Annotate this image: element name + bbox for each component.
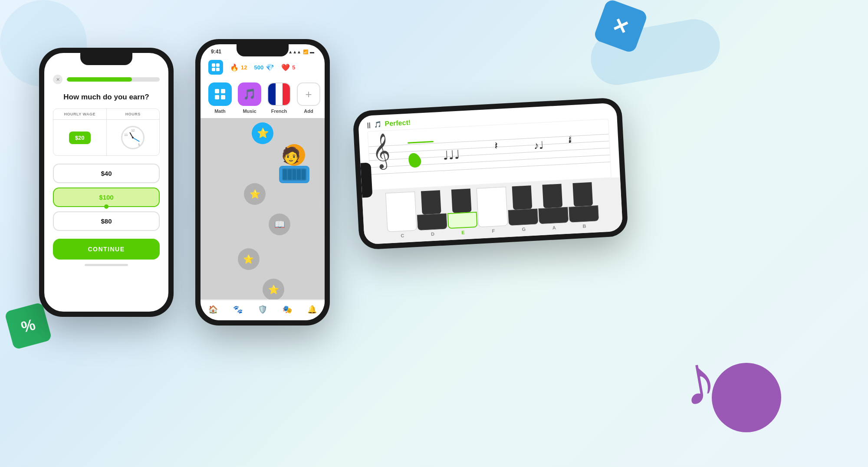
french-flag <box>268 83 290 105</box>
nav-notifications[interactable]: 🔔 <box>300 305 325 314</box>
key-group-c: C <box>385 191 417 239</box>
map-node-star-blue[interactable]: ⭐ <box>252 122 273 144</box>
staff-line-5 <box>370 161 610 174</box>
clock-minute-hand <box>133 137 140 141</box>
black-key-gs[interactable] <box>542 184 563 208</box>
white-key-b[interactable] <box>569 205 599 223</box>
svg-rect-5 <box>221 89 225 93</box>
nav-pets[interactable]: 🐾 <box>225 305 250 314</box>
purple-music-note: ♪ <box>676 343 722 417</box>
add-course-icon: + <box>297 82 320 106</box>
white-key-d[interactable] <box>417 213 447 230</box>
dice-percent-icon: % <box>19 316 37 337</box>
key-label-e: E <box>461 230 465 235</box>
signal-icon: ▲▲▲ <box>288 49 301 54</box>
option-40[interactable]: $40 <box>53 164 160 183</box>
grid-icon[interactable] <box>208 60 223 75</box>
black-key-as[interactable] <box>572 182 593 207</box>
phone2-screen: 9:41 ▲▲▲ 📶 ▬ 🔥 12 500 <box>201 44 325 320</box>
black-key-fs[interactable] <box>512 185 533 210</box>
math-course-icon <box>208 82 232 106</box>
phone2-notch <box>237 44 289 56</box>
key-label-g: G <box>522 227 526 232</box>
white-key-e[interactable] <box>447 212 478 229</box>
wifi-icon: 📶 <box>303 49 308 54</box>
key-label-a: A <box>552 225 556 230</box>
course-tab-music[interactable]: 🎵 Music <box>238 82 261 114</box>
continue-button[interactable]: CONTINUE <box>53 239 160 260</box>
key-group-g: G <box>507 185 539 233</box>
map-node-star-1[interactable]: ⭐ <box>244 183 266 205</box>
staff-line-2 <box>369 141 609 154</box>
question-title: How much do you earn? <box>53 93 160 102</box>
staff-line-3 <box>369 148 609 161</box>
svg-rect-6 <box>215 95 219 99</box>
progress-bar-row: ✕ <box>53 70 160 84</box>
math-label: Math <box>214 109 226 114</box>
course-tab-math[interactable]: Math <box>208 82 232 114</box>
pause-icon[interactable]: || <box>367 121 371 128</box>
table-header: HOURLY WAGE HOURS <box>53 109 159 120</box>
map-node-star-3[interactable]: ⭐ <box>263 279 284 299</box>
svg-rect-0 <box>212 63 215 67</box>
key-group-a: A <box>537 184 569 231</box>
svg-rect-1 <box>216 63 220 67</box>
option-100[interactable]: $100 <box>53 187 160 207</box>
svg-rect-7 <box>221 95 225 99</box>
music-label: Music <box>243 109 256 114</box>
phone-math-quiz: ✕ How much do you earn? HOURLY WAGE HOUR… <box>39 48 174 317</box>
option-80-value: $80 <box>101 217 112 225</box>
treble-clef-icon: 𝄞 <box>372 135 391 166</box>
phone1-notch <box>80 53 132 65</box>
option-80[interactable]: $80 <box>53 211 160 231</box>
option-100-value: $100 <box>99 194 113 201</box>
hours-header: HOURS <box>107 109 160 120</box>
map-node-book-1[interactable]: 📖 <box>269 214 290 235</box>
key-label-b: B <box>582 224 586 229</box>
phone-duolingo: 9:41 ▲▲▲ 📶 ▬ 🔥 12 500 <box>195 39 330 326</box>
data-table: HOURLY WAGE HOURS $20 12 5 11 <box>53 109 160 156</box>
note-d-highlighted <box>406 151 423 169</box>
black-key-cs[interactable] <box>421 190 441 214</box>
character-emoji: 🧑 <box>281 146 301 164</box>
key-label-f: F <box>492 228 495 234</box>
phone3-screen: || 🎵 Perfect! 𝄞 ♩♩♩ 𝄽𝄽 ♪♩ 𝄽♩ <box>358 103 623 245</box>
bottom-nav: 🏠 🐾 🛡️ 🎭 🔔 <box>201 299 325 320</box>
note-group-2: ♪♩ <box>533 139 544 151</box>
shield-icon: 🛡️ <box>258 305 267 314</box>
battery-icon: ▬ <box>310 49 314 54</box>
svg-rect-4 <box>215 89 219 93</box>
course-tab-french[interactable]: French <box>267 82 291 114</box>
star-icon: ⭐ <box>257 128 269 139</box>
nav-home[interactable]: 🏠 <box>201 305 225 314</box>
nav-profile[interactable]: 🎭 <box>275 305 300 314</box>
nav-shield[interactable]: 🛡️ <box>250 305 275 314</box>
streak-stat: 🔥 12 <box>230 63 247 72</box>
status-time: 9:41 <box>211 49 221 55</box>
top-stats: 🔥 12 500 💎 ❤️ 5 <box>201 56 325 78</box>
white-key-g[interactable] <box>508 208 538 226</box>
gems-stat: 500 💎 <box>254 63 274 72</box>
add-label: Add <box>304 109 313 114</box>
hours-cell: 12 5 11 <box>107 120 160 155</box>
profile-icon: 🎭 <box>283 305 292 314</box>
streak-value: 12 <box>241 64 247 71</box>
map-area: ⭐ 🧑 <box>201 118 325 299</box>
white-key-f[interactable] <box>477 187 508 227</box>
home-indicator <box>85 264 128 266</box>
cube-x-icon: ✕ <box>609 13 632 39</box>
bell-icon: 🔔 <box>307 305 317 314</box>
black-key-ds[interactable] <box>451 188 472 213</box>
music-note-icon: 🎵 <box>243 88 256 100</box>
phone1-screen: ✕ How much do you earn? HOURLY WAGE HOUR… <box>44 53 168 312</box>
key-group-f: F <box>477 187 508 234</box>
map-node-star-2[interactable]: ⭐ <box>238 248 260 270</box>
french-label: French <box>271 109 287 114</box>
note-group-1: ♩♩♩ <box>443 148 460 163</box>
close-button[interactable]: ✕ <box>53 75 62 84</box>
white-key-c[interactable] <box>385 191 417 232</box>
white-key-a[interactable] <box>538 207 569 224</box>
rest-group-2: 𝄽♩ <box>568 134 571 145</box>
course-tab-add[interactable]: + Add <box>297 82 320 114</box>
wage-value: $20 <box>69 132 91 144</box>
